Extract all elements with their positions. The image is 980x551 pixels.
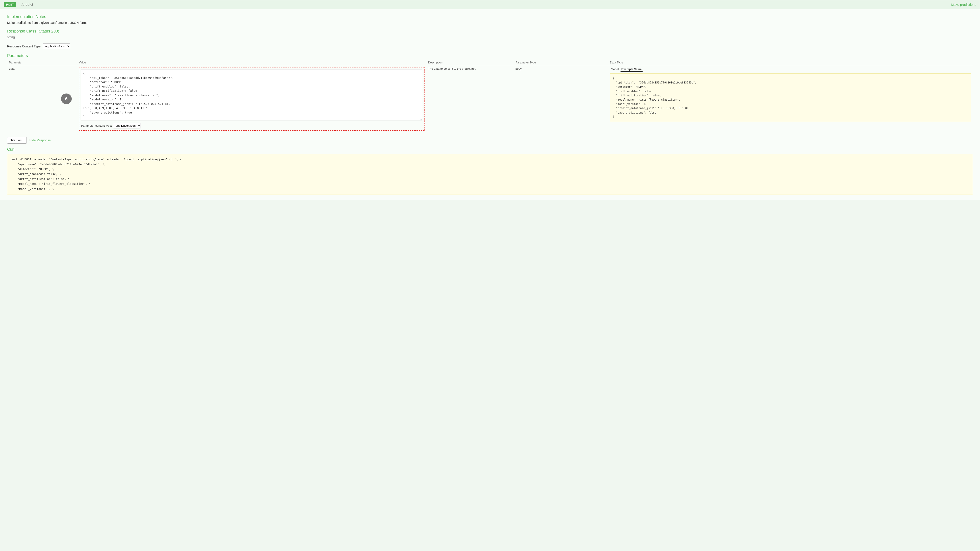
curl-line-4: "drift_enabled": false, \ (11, 171, 969, 176)
example-line-6: "model_name": "iris_flowers_classifier", (613, 98, 968, 102)
post-badge: POST (4, 2, 16, 7)
step-number: 6 (65, 97, 67, 102)
curl-section: Curl curl -X POST --header 'Content-Type… (7, 147, 973, 195)
example-line-2: "api_token": "376dd873c859d7f9f268e1b9be… (613, 81, 968, 85)
response-class-section: Response Class (Status 200) string (7, 29, 973, 39)
param-content-type-label: Parameter content type: (81, 124, 112, 127)
model-tabs: Model Example Value (610, 67, 971, 72)
implementation-notes-section: Implementation Notes Make predictions fr… (7, 14, 973, 24)
try-it-out-button[interactable]: Try it out! (7, 137, 27, 144)
col-description: Description (426, 60, 514, 65)
implementation-notes-title: Implementation Notes (7, 14, 973, 19)
example-value-tab[interactable]: Example Value (620, 67, 643, 72)
dashed-border-box: { "api_token": "a56eb6601adcdd711be694ef… (79, 67, 425, 131)
content-area: Implementation Notes Make predictions fr… (0, 9, 980, 200)
param-content-type-row: Parameter content type: application/json (81, 123, 422, 129)
param-content-type-select[interactable]: application/json (113, 123, 141, 129)
curl-line-7: "model_version": 1, \ (11, 187, 969, 191)
example-line-8: "predict_dataframe_json": "[[6.5,3.0,5.5… (613, 106, 968, 110)
example-line-4: "drift_enabled": false, (613, 89, 968, 94)
param-type: body (514, 65, 608, 133)
step-badge-6: 6 (61, 94, 72, 104)
response-content-type-select[interactable]: application/json (43, 43, 70, 49)
col-param-type: Parameter Type (514, 60, 608, 65)
col-value: Value (77, 60, 426, 65)
example-line-5: "drift_notification": false, (613, 94, 968, 98)
hide-response-link[interactable]: Hide Response (29, 138, 51, 142)
curl-box: curl -X POST --header 'Content-Type: app… (7, 154, 973, 195)
example-line-3: "detector": "HDDM", (613, 85, 968, 89)
curl-line-1: curl -X POST --header 'Content-Type: app… (11, 157, 969, 162)
parameters-table: Parameter Value Description Parameter Ty… (7, 60, 973, 132)
data-type-cell: Model Example Value { "api_token": "376d… (608, 65, 973, 133)
parameters-title: Parameters (7, 54, 973, 58)
endpoint-path: /predict (21, 3, 33, 7)
response-content-type-row: Response Content Type application/json (7, 43, 973, 49)
param-value-cell: 6 { "api_token": "a56eb6601adcdd711be694… (77, 65, 426, 133)
curl-line-3: "detector": "HDDM", \ (11, 167, 969, 171)
param-row-outer: 6 { "api_token": "a56eb6601adcdd711be694… (79, 67, 425, 131)
response-content-type-label: Response Content Type (7, 44, 41, 48)
page-wrapper: POST /predict Make predictions Implement… (0, 0, 980, 551)
example-value-box: { "api_token": "376dd873c859d7f9f268e1b9… (610, 73, 971, 122)
col-parameter: Parameter (7, 60, 77, 65)
curl-line-6: "model_name": "iris_flowers_classifier",… (11, 181, 969, 186)
example-line-7: "model_version": 1, (613, 102, 968, 106)
curl-line-5: "drift_notification": false, \ (11, 176, 969, 181)
response-class-title: Response Class (Status 200) (7, 29, 973, 33)
model-tab[interactable]: Model (610, 67, 619, 72)
implementation-notes-desc: Make predictions from a given dataframe … (7, 21, 973, 24)
example-line-10: } (613, 115, 968, 119)
param-description: The data to be sent to the predict api. (426, 65, 514, 133)
make-predictions-link[interactable]: Make predictions (951, 3, 976, 6)
curl-title: Curl (7, 147, 973, 152)
parameters-section: Parameters Parameter Value Description P… (7, 54, 973, 132)
col-data-type: Data Type (608, 60, 973, 65)
endpoint-header: POST /predict Make predictions (0, 0, 980, 9)
curl-line-2: "api_token": "a56eb6601adcdd711be694ef03… (11, 162, 969, 167)
example-line-1: { (613, 76, 968, 81)
response-class-value: string (7, 35, 973, 39)
table-row: data 6 { "api_token": "a56eb6601adcdd711… (7, 65, 973, 133)
param-data-textarea[interactable]: { "api_token": "a56eb6601adcdd711be694ef… (81, 69, 422, 121)
example-line-9: "save_predictions": false (613, 111, 968, 115)
actions-row: Try it out! Hide Response (7, 137, 973, 144)
